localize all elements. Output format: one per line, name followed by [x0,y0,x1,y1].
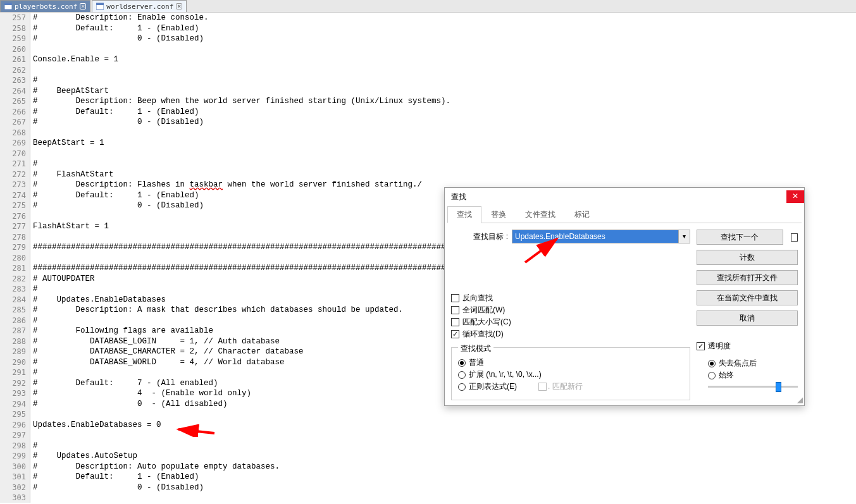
line-gutter: 2572582592602612622632642652662672682692… [0,13,30,503]
checkbox-icon[interactable] [451,330,459,338]
group-legend: 查找模式 [458,343,493,354]
dlg-tab-findinfiles[interactable]: 文件查找 [516,206,565,223]
search-input[interactable] [512,230,678,243]
count-button[interactable]: 计数 [697,250,798,265]
dialog-tabs: 查找 替换 文件查找 标记 [447,206,802,223]
radio-normal[interactable]: 普通 [458,357,683,368]
search-combo[interactable]: ▾ [512,230,690,243]
opacity-slider[interactable] [708,386,798,388]
checkbox-icon[interactable] [697,342,705,350]
slider-thumb[interactable] [776,382,781,392]
tab-label: worldserver.conf [106,3,173,11]
file-icon [96,3,104,10]
svg-rect-1 [4,3,12,5]
find-all-open-button[interactable]: 查找所有打开文件 [697,270,798,285]
search-label: 查找目标 : [451,231,508,242]
checkbox-icon[interactable] [451,318,459,326]
radio-icon[interactable] [708,360,716,367]
svg-rect-3 [96,3,104,5]
radio-regex[interactable]: 正则表达式(E) . 匹配新行 [458,381,683,392]
dlg-tab-find[interactable]: 查找 [447,206,481,223]
dlg-tab-mark[interactable]: 标记 [565,206,599,223]
close-icon[interactable]: ⨯ [80,3,86,9]
dialog-titlebar[interactable]: 查找 ✕ [445,188,804,206]
radio-icon[interactable] [458,371,466,379]
chk-wrap[interactable]: 循环查找(D) [451,329,690,340]
find-all-current-button[interactable]: 在当前文件中查找 [697,290,798,305]
search-mode-group: 查找模式 普通 扩展 (\n, \r, \t, \0, \x...) 正则表达式… [451,347,690,400]
cancel-button[interactable]: 取消 [697,310,798,326]
resize-grip-icon[interactable]: ◢ [797,395,803,404]
file-tabs: playerbots.conf ⨯ worldserver.conf ⨯ [0,0,856,13]
dlg-tab-replace[interactable]: 替换 [481,206,516,223]
file-icon [4,3,12,10]
tab-label: playerbots.conf [15,3,77,11]
dialog-title: 查找 [451,192,466,202]
chk-matchcase[interactable]: 匹配大小写(C) [451,317,690,328]
checkbox-icon[interactable] [451,306,459,314]
radio-icon[interactable] [708,372,716,379]
checkbox-icon[interactable] [791,233,798,242]
radio-icon[interactable] [458,359,466,367]
tab-playerbots[interactable]: playerbots.conf ⨯ [0,0,90,12]
radio-extended[interactable]: 扩展 (\n, \r, \t, \0, \x...) [458,369,683,380]
radio-icon[interactable] [458,383,466,391]
chk-transparency[interactable]: 透明度 [697,341,798,352]
chk-wholeword[interactable]: 全词匹配(W) [451,305,690,316]
radio-lose-focus[interactable]: 失去焦点后 [708,358,798,369]
radio-always[interactable]: 始终 [708,370,798,381]
close-icon[interactable]: ⨯ [176,3,182,9]
checkbox-icon [538,383,547,391]
close-icon[interactable]: ✕ [786,190,804,203]
find-next-button[interactable]: 查找下一个 [697,230,783,245]
checkbox-icon[interactable] [451,294,459,302]
chk-backward[interactable]: 反向查找 [451,293,690,304]
chevron-down-icon[interactable]: ▾ [678,230,690,243]
tab-worldserver[interactable]: worldserver.conf ⨯ [92,0,187,12]
find-dialog: 查找 ✕ 查找 替换 文件查找 标记 查找目标 : ▾ 反向查找 全词匹配(W)… [444,187,805,406]
